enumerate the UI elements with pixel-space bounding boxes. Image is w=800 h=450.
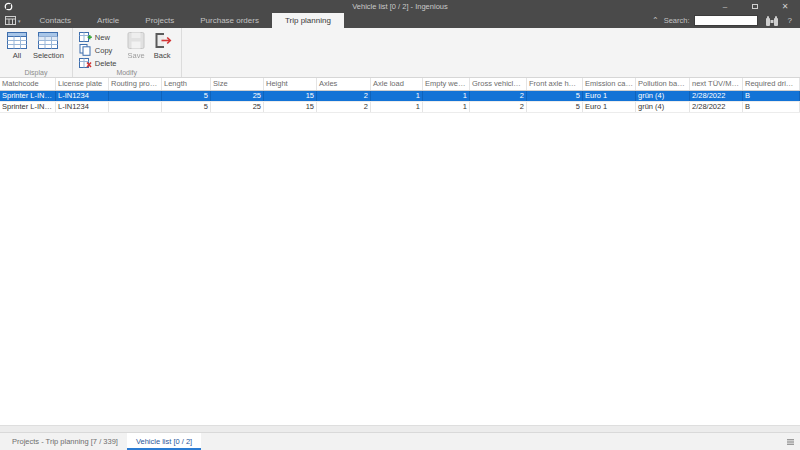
column-header[interactable]: Size [211,78,264,90]
grid-header-row: MatchcodeLicense plateRouting profileLen… [0,78,800,91]
document-tab-bar: Projects - Trip planning [7 / 339] Vehic… [0,432,800,450]
main-tab-bar: ▾ Contacts Article Projects Purchase ord… [0,13,800,28]
doc-tab-vehicle-list[interactable]: Vehicle list [0 / 2] [127,433,201,450]
table-cell[interactable]: L-IN1234 [56,102,109,112]
table-cell[interactable]: 15 [264,91,317,101]
column-header[interactable]: Pollution badge [636,78,690,90]
grid-add-icon [79,31,92,43]
column-header[interactable]: Routing profile [109,78,162,90]
table-cell[interactable]: 2 [470,102,527,112]
table-cell[interactable] [109,102,162,112]
column-header[interactable]: Gross vehicle weight [470,78,527,90]
ribbon-group-modify: New Copy Delete Save Back Modify [73,28,182,77]
table-cell[interactable]: Sprinter L-IN1234 [0,91,56,101]
ribbon-group-display: All Selection Display [0,28,73,77]
table-cell[interactable]: 2/28/2022 [690,102,743,112]
selection-button[interactable]: Selection [30,30,67,60]
collapse-ribbon-icon[interactable]: ⌃ [647,13,664,28]
column-header[interactable]: next TÜV/MOT/ACT [690,78,743,90]
table-cell[interactable]: 5 [527,91,583,101]
table-cell[interactable]: 2 [317,91,371,101]
table-cell[interactable]: 2 [470,91,527,101]
delete-button[interactable]: Delete [77,57,119,69]
tab-contacts[interactable]: Contacts [27,13,85,28]
table-cell[interactable]: 2 [317,102,371,112]
exit-icon [152,32,173,49]
tab-article[interactable]: Article [84,13,132,28]
back-button[interactable]: Back [149,30,176,60]
tab-trip-planning[interactable]: Trip planning [272,13,344,28]
new-button[interactable]: New [77,31,119,43]
column-header[interactable]: Length [162,78,211,90]
search-label: Search: [664,13,694,28]
grid-body: Sprinter L-IN1234L-IN12345251521125Euro … [0,91,800,113]
table-cell[interactable]: 2/28/2022 [690,91,743,101]
table-row[interactable]: Sprinter L-IN1233L-IN12345251521125Euro … [0,102,800,113]
app-menu-button[interactable]: ▾ [0,13,27,28]
doc-tab-trip-planning[interactable]: Projects - Trip planning [7 / 339] [3,433,127,450]
column-header[interactable]: Emission category [583,78,636,90]
title-bar: Vehicle list [0 / 2] - Ingenious – ✕ [0,0,800,13]
table-cell[interactable]: 1 [423,102,470,112]
table-cell[interactable]: 15 [264,102,317,112]
table-cell[interactable] [109,91,162,101]
tab-projects[interactable]: Projects [132,13,187,28]
table-cell[interactable]: 5 [527,102,583,112]
grid-delete-icon [79,57,92,69]
table-cell[interactable]: Euro 1 [583,91,636,101]
ribbon: All Selection Display New Copy [0,28,800,78]
tab-bar-spacer [344,13,647,28]
table-cell[interactable]: Sprinter L-IN1233 [0,102,56,112]
table-cell[interactable]: Euro 1 [583,102,636,112]
all-button[interactable]: All [4,30,30,60]
binoculars-icon[interactable] [758,13,786,28]
column-header[interactable]: License plate [56,78,109,90]
window-title: Vehicle list [0 / 2] - Ingenious [0,2,800,11]
column-header[interactable]: Required driving lice... [743,78,800,90]
app-window: Vehicle list [0 / 2] - Ingenious – ✕ ▾ C… [0,0,800,450]
table-cell[interactable]: B [743,102,800,112]
horizontal-scrollbar[interactable] [0,425,800,432]
table-cell[interactable]: grün (4) [636,91,690,101]
column-header[interactable]: Empty weight [423,78,470,90]
search-input[interactable] [694,15,758,26]
column-header[interactable]: Front axle height [527,78,583,90]
column-header[interactable]: Height [264,78,317,90]
table-cell[interactable]: 1 [371,91,423,101]
table-cell[interactable]: 1 [371,102,423,112]
vehicle-grid: MatchcodeLicense plateRouting profileLen… [0,78,800,425]
tab-list-icon[interactable] [787,439,794,445]
column-header[interactable]: Axles [317,78,371,90]
help-icon[interactable]: ? [786,13,800,28]
table-all-icon [7,32,27,49]
grid-menu-icon [5,16,16,25]
tab-purchase-orders[interactable]: Purchase orders [187,13,272,28]
column-header[interactable]: Matchcode [0,78,56,90]
modify-small-buttons: New Copy Delete [77,30,119,69]
copy-button[interactable]: Copy [77,44,119,56]
table-cell[interactable]: B [743,91,800,101]
table-cell[interactable]: 5 [162,102,211,112]
table-row[interactable]: Sprinter L-IN1234L-IN12345251521125Euro … [0,91,800,102]
group-label-modify: Modify [73,69,181,76]
group-label-display: Display [0,69,72,76]
table-cell[interactable]: 25 [211,102,264,112]
chevron-down-icon: ▾ [18,18,21,24]
copy-icon [79,44,92,56]
table-cell[interactable]: grün (4) [636,102,690,112]
column-header[interactable]: Axle load [371,78,423,90]
save-icon [127,32,146,49]
table-cell[interactable]: 5 [162,91,211,101]
table-selection-icon [38,32,58,49]
table-cell[interactable]: L-IN1234 [56,91,109,101]
table-cell[interactable]: 1 [423,91,470,101]
table-cell[interactable]: 25 [211,91,264,101]
save-button: Save [124,30,149,60]
